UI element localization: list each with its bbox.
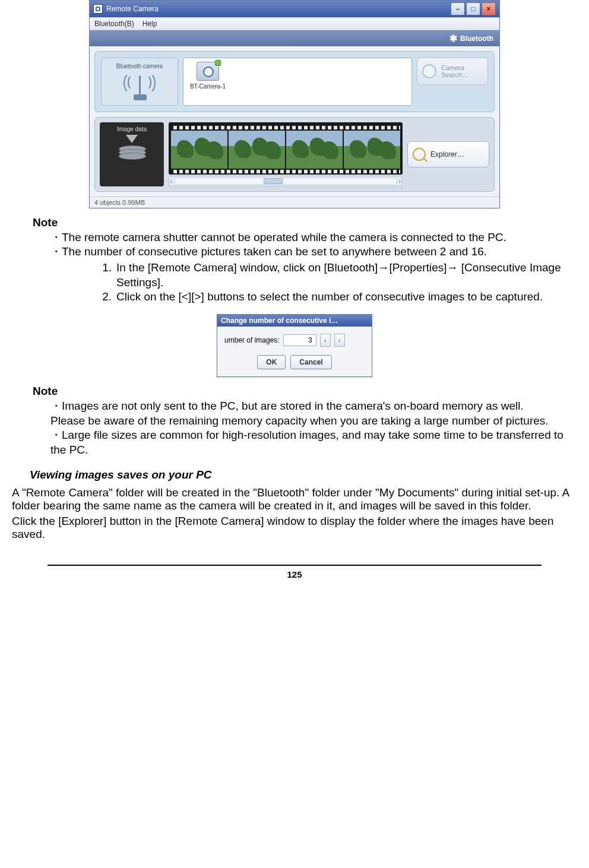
camera-search-button[interactable]: Camera Search… (417, 58, 488, 85)
cancel-button[interactable]: Cancel (290, 355, 331, 369)
image-data-label: Image data (102, 126, 162, 132)
thumbnail[interactable] (229, 131, 285, 169)
maximize-button[interactable]: □ (466, 2, 480, 15)
list-number: 1. (95, 261, 116, 290)
camera-icon (197, 62, 219, 81)
magnifier-icon (413, 148, 426, 161)
list-item-text: Click on the [<][>] buttons to select th… (116, 290, 543, 305)
section-subheading: Viewing images saves on your PC (30, 468, 577, 481)
thumbnail[interactable] (286, 131, 343, 169)
image-data-box: Image data (100, 122, 164, 186)
scroll-grip[interactable] (264, 178, 283, 184)
paragraph: Click the [Explorer] button in the [Remo… (12, 515, 577, 541)
bluetooth-camera-label: Bluetooth camera (104, 63, 175, 69)
thumbnail[interactable] (344, 131, 400, 169)
dialog-title: Change number of consecutive i… (221, 316, 338, 325)
app-icon (93, 4, 103, 14)
note-bullet: ・Large file sizes are common for high-re… (50, 428, 577, 457)
note-bullet: ・The number of consecutive pictures take… (50, 245, 577, 259)
close-button[interactable]: × (482, 2, 496, 15)
image-panel: Image data (94, 117, 495, 192)
note-heading: Note (33, 216, 577, 230)
bluetooth-badge-label: Bluetooth (460, 34, 493, 43)
remote-camera-window: Remote Camera – □ × Bluetooth(B) Help ✱ … (89, 0, 500, 208)
menu-bluetooth[interactable]: Bluetooth(B) (94, 20, 134, 28)
note-text: Please be aware of the remaining memory … (50, 414, 577, 429)
camera-search-icon (422, 64, 436, 78)
spin-increase-button[interactable]: › (334, 334, 345, 347)
camera-item-label: BT-Camera-1 (187, 83, 229, 90)
camera-panel: Bluetooth camera BT-Camera-1 (94, 51, 495, 112)
statusbar: 4 objects 0.99MB (90, 197, 499, 208)
bluetooth-bar: ✱ Bluetooth (90, 30, 499, 46)
antenna-icon (125, 71, 154, 100)
camera-list-item[interactable]: BT-Camera-1 (187, 62, 229, 90)
number-of-images-input[interactable]: 3 (283, 334, 316, 346)
explorer-button[interactable]: Explorer… (407, 141, 489, 167)
minimize-button[interactable]: – (451, 2, 465, 15)
paragraph: A "Remote Camera" folder will be created… (12, 486, 577, 512)
consecutive-images-dialog: Change number of consecutive i… umber of… (217, 314, 372, 377)
camera-list: BT-Camera-1 (183, 58, 412, 106)
filmstrip (169, 122, 403, 175)
note-heading: Note (33, 384, 577, 399)
scroll-left-button[interactable]: ‹ (170, 178, 172, 185)
window-titlebar: Remote Camera – □ × (90, 1, 499, 17)
page-number: 125 (12, 569, 577, 579)
explorer-label: Explorer… (430, 150, 464, 159)
scroll-right-button[interactable]: › (399, 178, 401, 185)
dialog-field-label: umber of images: (224, 336, 280, 344)
thumbnail[interactable] (171, 131, 227, 169)
window-title: Remote Camera (106, 5, 159, 13)
list-number: 2. (95, 290, 116, 305)
disk-stack-icon (119, 145, 145, 159)
note-bullet: ・Images are not only sent to the PC, but… (50, 399, 577, 414)
list-item-text: In the [Remote Camera] window, click on … (116, 261, 577, 290)
menubar: Bluetooth(B) Help (90, 17, 499, 30)
download-arrow-icon (126, 135, 138, 143)
horizontal-scrollbar[interactable]: ‹ › (169, 176, 403, 186)
bluetooth-icon: ✱ (449, 33, 457, 44)
dialog-titlebar: Change number of consecutive i… (217, 315, 372, 327)
ok-button[interactable]: OK (257, 355, 286, 369)
camera-search-label: Camera Search… (441, 64, 483, 78)
footer-rule (48, 565, 542, 566)
note-bullet: ・The remote camera shutter cannot be ope… (50, 230, 577, 245)
menu-help[interactable]: Help (142, 20, 157, 28)
spin-decrease-button[interactable]: ‹ (320, 334, 331, 347)
bluetooth-camera-box: Bluetooth camera (101, 58, 178, 106)
